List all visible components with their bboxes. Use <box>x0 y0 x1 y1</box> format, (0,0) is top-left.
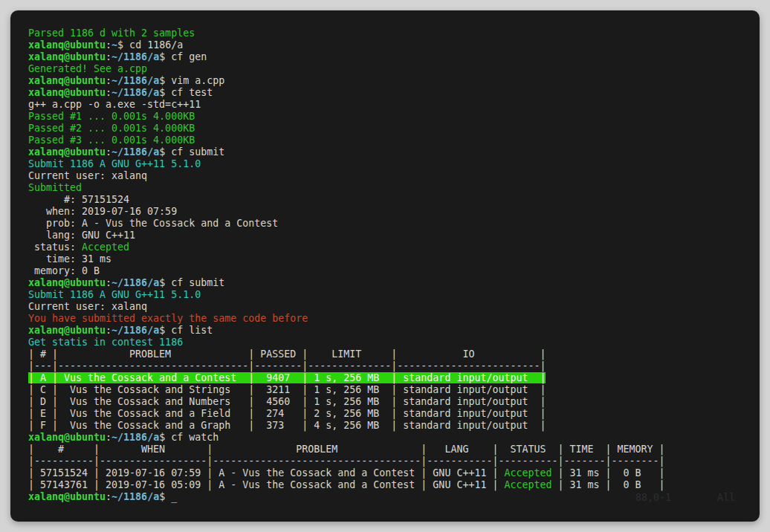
text-run: $ cf submit <box>159 277 224 288</box>
output-parsed: Parsed 1186 d with 2 samples <box>28 27 760 39</box>
info-text: Submit 1186 A GNU G++11 5.1.0 <box>28 158 201 169</box>
submission-when: when: 2019-07-16 07:59 <box>28 206 760 218</box>
submission-status: status: Accepted <box>28 241 760 253</box>
prompt-cwd: ~/1186/a <box>111 432 159 443</box>
text-run: $ cf list <box>159 325 213 336</box>
text-run: |----------|------------------|---------… <box>28 455 665 467</box>
success-text: Passed #2 ... 0.001s 4.000KB <box>28 123 195 134</box>
output-list-header: Get statis in contest 1186 <box>28 337 760 348</box>
prompt-cwd: ~/1186/a <box>111 325 159 336</box>
table-header: | # | PROBLEM | PASSED | LIMIT | IO | <box>28 348 760 360</box>
prompt-cwd: ~/1186/a <box>111 87 159 98</box>
table-row: | 57143761 | 2019-07-16 05:09 | A - Vus … <box>28 479 760 491</box>
text-run: memory: 0 B <box>28 265 100 276</box>
prompt-cwd: ~ <box>111 39 117 51</box>
success-text: Passed #3 ... 0.001s 4.000KB <box>28 134 195 146</box>
prompt-line: xalanq@ubuntu:~/1186/a$ cf gen <box>28 51 760 63</box>
success-text: Submitted <box>28 182 82 193</box>
text-run: : <box>106 491 111 502</box>
text-run: : <box>106 75 111 86</box>
prompt-user-host: xalanq@ubuntu <box>28 87 106 98</box>
prompt-cwd: ~/1186/a <box>111 75 159 86</box>
text-run: | # | WHEN | PROBLEM | LANG | STATUS | T… <box>28 444 665 455</box>
success-text: Accepted <box>82 241 129 253</box>
prompt-cwd: ~/1186/a <box>111 51 159 62</box>
text-run: lang: GNU C++11 <box>28 230 135 241</box>
highlighted-row: | A | Vus the Cossack and a Contest | 94… <box>28 372 546 383</box>
prompt-user-host: xalanq@ubuntu <box>28 39 106 51</box>
prompt-user-host: xalanq@ubuntu <box>28 432 106 443</box>
vim-ruler-ghost-text: 88,0-1 <box>635 492 671 504</box>
prompt-user-host: xalanq@ubuntu <box>28 277 106 288</box>
output-error: You have submitted exactly the same code… <box>28 313 760 325</box>
text-run: |---|--------------------------------|--… <box>28 360 546 372</box>
text-run: $ vim a.cpp <box>159 75 224 86</box>
text-run: | 57151524 | 2019-07-16 07:59 | A - Vus … <box>28 467 504 479</box>
output-compile: g++ a.cpp -o a.exe -std=c++11 <box>28 99 760 111</box>
text-run: g++ a.cpp -o a.exe -std=c++11 <box>28 99 201 110</box>
text-run: | F | Vus the Cossack and a Graph | 373 … <box>28 420 546 431</box>
table-divider: |---|--------------------------------|--… <box>28 360 760 372</box>
text-run: $ cf watch <box>159 432 219 443</box>
text-run: | C | Vus the Cossack and Strings | 3211… <box>28 384 546 395</box>
terminal-window: Parsed 1186 d with 2 samplesxalanq@ubunt… <box>10 10 760 522</box>
output-passed: Passed #2 ... 0.001s 4.000KB <box>28 123 760 134</box>
output-submit-header: Submit 1186 A GNU G++11 5.1.0 <box>28 158 760 170</box>
table-header: | # | WHEN | PROBLEM | LANG | STATUS | T… <box>28 444 760 455</box>
prompt-cwd: ~/1186/a <box>111 491 159 502</box>
text-run: : <box>106 51 111 62</box>
text-run: Current user: xalanq <box>28 170 147 181</box>
text-run: $ cd 1186/a <box>117 39 183 51</box>
table-row: | F | Vus the Cossack and a Graph | 373 … <box>28 420 760 432</box>
error-text: You have submitted exactly the same code… <box>28 313 308 324</box>
text-run: | D | Vus the Cossack and Numbers | 4560… <box>28 396 546 407</box>
text-run: prob: A - Vus the Cossack and a Contest <box>28 218 278 229</box>
prompt-user-host: xalanq@ubuntu <box>28 51 106 62</box>
text-run: when: 2019-07-16 07:59 <box>28 206 177 217</box>
text-run: : <box>106 87 111 98</box>
text-run: | 31 ms | 0 B | <box>551 479 664 490</box>
text-run: : <box>106 277 111 288</box>
prompt-user-host: xalanq@ubuntu <box>28 325 106 336</box>
table-row-highlighted: | A | Vus the Cossack and a Contest | 94… <box>28 372 760 384</box>
table-divider: |----------|------------------|---------… <box>28 455 760 467</box>
text-run: | 31 ms | 0 B | <box>551 467 664 479</box>
vim-position-ghost-text: All <box>717 492 735 504</box>
table-row: | D | Vus the Cossack and Numbers | 4560… <box>28 396 760 408</box>
output-submitted: Submitted <box>28 182 760 194</box>
success-text: Accepted <box>504 479 551 490</box>
cursor: _ <box>171 491 177 502</box>
text-run: $ cf test <box>159 87 213 98</box>
text-run: $ cf submit <box>159 146 224 158</box>
prompt-cwd: ~/1186/a <box>111 277 159 288</box>
text-run: $ cf gen <box>159 51 207 62</box>
prompt-line: xalanq@ubuntu:~$ cd 1186/a <box>28 39 760 51</box>
success-text: Passed #1 ... 0.001s 4.000KB <box>28 111 195 122</box>
terminal-screen[interactable]: Parsed 1186 d with 2 samplesxalanq@ubunt… <box>28 27 760 522</box>
table-row: | 57151524 | 2019-07-16 07:59 | A - Vus … <box>28 467 760 479</box>
output-current-user: Current user: xalanq <box>28 170 760 182</box>
prompt-user-host: xalanq@ubuntu <box>28 491 106 502</box>
text-run: #: 57151524 <box>28 194 129 205</box>
text-run: time: 31 ms <box>28 253 111 265</box>
text-run: : <box>106 39 111 51</box>
prompt-user-host: xalanq@ubuntu <box>28 146 106 158</box>
prompt-line: xalanq@ubuntu:~/1186/a$ cf watch <box>28 432 760 444</box>
prompt-line: xalanq@ubuntu:~/1186/a$ cf list <box>28 325 760 337</box>
prompt-line: xalanq@ubuntu:~/1186/a$ cf test <box>28 87 760 99</box>
prompt-user-host: xalanq@ubuntu <box>28 75 106 86</box>
output-passed: Passed #3 ... 0.001s 4.000KB <box>28 134 760 146</box>
text-run: | 57143761 | 2019-07-16 05:09 | A - Vus … <box>28 479 504 490</box>
submission-memory: memory: 0 B <box>28 265 760 277</box>
text-run: status: <box>28 241 82 253</box>
table-row: | E | Vus the Cossack and a Field | 274 … <box>28 408 760 420</box>
text-run: | E | Vus the Cossack and a Field | 274 … <box>28 408 546 419</box>
desktop-background: Parsed 1186 d with 2 samplesxalanq@ubunt… <box>0 0 770 532</box>
submission-lang: lang: GNU C++11 <box>28 230 760 241</box>
text-run: Current user: xalanq <box>28 301 147 312</box>
success-text: Generated! See a.cpp <box>28 63 147 74</box>
submission-time: time: 31 ms <box>28 253 760 265</box>
prompt-cwd: ~/1186/a <box>111 146 159 158</box>
prompt-line: xalanq@ubuntu:~/1186/a$ vim a.cpp <box>28 75 760 87</box>
prompt-line: xalanq@ubuntu:~/1186/a$ cf submit <box>28 277 760 289</box>
